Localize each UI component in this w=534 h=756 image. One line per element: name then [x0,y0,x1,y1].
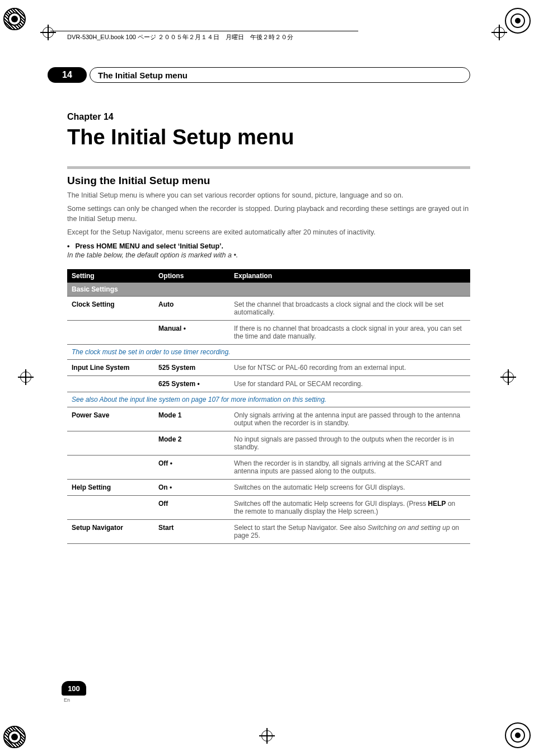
cell-setting: Setup Navigator [67,519,154,543]
expl-bold: HELP [428,500,446,508]
print-corner-mark [3,8,26,30]
page-number-badge: 100 [62,681,86,696]
cell-option: On • [154,479,229,495]
cell-setting: Input Line System [67,359,154,375]
table-row: Mode 2 No input signals are passed throu… [67,431,470,455]
chapter-label: Chapter 14 [67,112,470,122]
intro-paragraph: Except for the Setup Navigator, menu scr… [67,227,470,237]
cell-explanation: Switches off the automatic Help screens … [229,495,470,519]
cell-option: Start [154,519,229,543]
language-code: En [64,697,86,703]
table-note-row: The clock must be set in order to use ti… [67,344,470,359]
table-row: Power Save Mode 1 Only signals arriving … [67,407,470,431]
print-crosshair [491,25,507,40]
expl-text: Switches off the automatic Help screens … [234,500,428,508]
print-corner-ring [505,722,531,748]
section-divider [67,166,470,169]
table-note-row: See also About the input line system on … [67,392,470,407]
settings-table: Setting Options Explanation Basic Settin… [67,269,470,544]
default-marker-note: In the table below, the default option i… [67,251,470,259]
col-header-setting: Setting [67,269,154,283]
cell-option: Off [154,495,229,519]
table-note: See also About the input line system on … [67,392,470,407]
cell-explanation: Use for NTSC or PAL-60 recording from an… [229,359,470,375]
table-row: 625 System • Use for standard PAL or SEC… [67,375,470,392]
cell-setting: Power Save [67,407,154,431]
expl-text: Select to start the Setup Navigator. See… [234,524,368,532]
chapter-bar-title: The Initial Setup menu [90,67,470,83]
print-meta-text: DVR-530H_EU.book 100 ページ ２００５年２月１４日 月曜日 … [67,34,293,40]
page-footer: 100 En [62,681,86,703]
col-header-options: Options [154,269,229,283]
cell-explanation: If there is no channel that broadcasts a… [229,320,470,344]
cell-explanation: Use for standard PAL or SECAM recording. [229,375,470,392]
print-corner-mark [3,726,26,748]
table-row: Off Switches off the automatic Help scre… [67,495,470,519]
cell-setting [67,495,154,519]
cell-explanation: Set the channel that broadcasts a clock … [229,296,470,320]
cell-setting: Clock Setting [67,296,154,320]
intro-paragraph: The Initial Setup menu is where you can … [67,190,470,200]
cell-setting [67,375,154,392]
chapter-number-badge: 14 [48,67,87,83]
cell-option: Off • [154,455,229,479]
print-crosshair [259,728,275,744]
cell-explanation: When the recorder is in standby, all sig… [229,455,470,479]
cell-option: Manual • [154,320,229,344]
col-header-explanation: Explanation [229,269,470,283]
cell-setting: Help Setting [67,479,154,495]
bullet-dot: • [67,242,75,250]
print-meta-line: DVR-530H_EU.book 100 ページ ２００５年２月１４日 月曜日 … [67,31,358,41]
table-row: Help Setting On • Switches on the automa… [67,479,470,495]
table-subheader-row: Basic Settings [67,283,470,297]
cell-option: 525 System [154,359,229,375]
expl-italic: Switching on and setting up [368,524,450,532]
print-corner-ring [505,8,531,34]
table-header-row: Setting Options Explanation [67,269,470,283]
instruction-bullet: •Press HOME MENU and select ‘Initial Set… [67,242,470,250]
page-title: The Initial Setup menu [67,125,470,149]
cell-explanation: Only signals arriving at the antenna inp… [229,407,470,431]
page-content: 14 The Initial Setup menu Chapter 14 The… [67,67,470,544]
cell-explanation: Select to start the Setup Navigator. See… [229,519,470,543]
print-crosshair [18,369,34,385]
print-crosshair [500,369,516,385]
chapter-header-bar: 14 The Initial Setup menu [67,67,470,84]
cell-option: Mode 2 [154,431,229,455]
table-row: Off • When the recorder is in standby, a… [67,455,470,479]
table-row: Input Line System 525 System Use for NTS… [67,359,470,375]
print-crosshair [40,25,56,40]
table-note: The clock must be set in order to use ti… [67,344,470,359]
cell-setting [67,431,154,455]
section-heading: Using the Initial Setup menu [67,175,470,187]
cell-option: Auto [154,296,229,320]
table-row: Setup Navigator Start Select to start th… [67,519,470,543]
cell-option: Mode 1 [154,407,229,431]
cell-option: 625 System • [154,375,229,392]
table-subheader: Basic Settings [67,283,470,297]
instruction-text: Press HOME MENU and select ‘Initial Setu… [75,242,223,250]
table-row: Manual • If there is no channel that bro… [67,320,470,344]
cell-setting [67,455,154,479]
intro-paragraph: Some settings can only be changed when t… [67,204,470,224]
cell-explanation: No input signals are passed through to t… [229,431,470,455]
cell-explanation: Switches on the automatic Help screens f… [229,479,470,495]
table-row: Clock Setting Auto Set the channel that … [67,296,470,320]
cell-setting [67,320,154,344]
